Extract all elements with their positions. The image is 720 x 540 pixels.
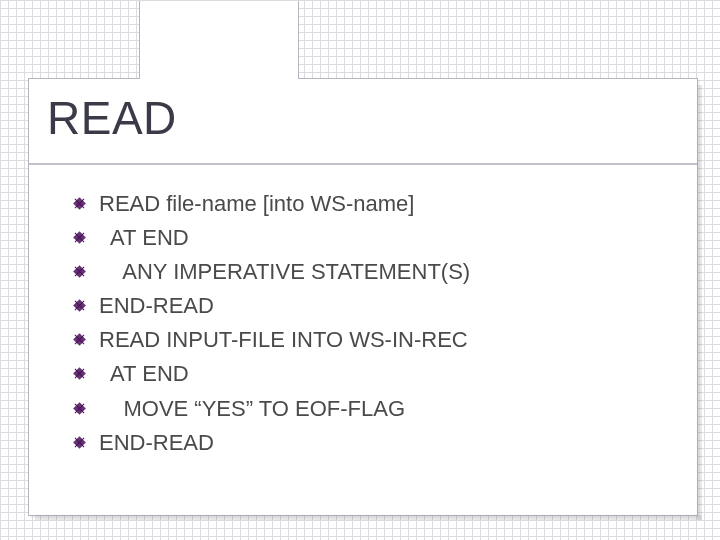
diamond-bullet-icon (73, 265, 86, 278)
list-item: AT END (99, 221, 697, 255)
list-item-text: AT END (99, 225, 189, 250)
slide-background: READ READ file-name [into WS-name] AT EN… (0, 0, 720, 540)
list-item-text: READ INPUT-FILE INTO WS-IN-REC (99, 327, 468, 352)
bullet-list: READ file-name [into WS-name] AT END ANY… (29, 187, 697, 460)
list-item-text: READ file-name [into WS-name] (99, 191, 414, 216)
panel-tab (139, 1, 299, 79)
list-item: AT END (99, 357, 697, 391)
diamond-bullet-icon (73, 231, 86, 244)
diamond-bullet-icon (73, 436, 86, 449)
diamond-bullet-icon (73, 197, 86, 210)
list-item: END-READ (99, 426, 697, 460)
title-divider (29, 163, 697, 165)
list-item-text: MOVE “YES” TO EOF-FLAG (99, 396, 405, 421)
slide-title: READ (29, 79, 697, 163)
diamond-bullet-icon (73, 402, 86, 415)
list-item: READ INPUT-FILE INTO WS-IN-REC (99, 323, 697, 357)
diamond-bullet-icon (73, 299, 86, 312)
diamond-bullet-icon (73, 333, 86, 346)
slide-panel: READ READ file-name [into WS-name] AT EN… (28, 78, 698, 516)
list-item-text: ANY IMPERATIVE STATEMENT(S) (99, 259, 470, 284)
list-item: READ file-name [into WS-name] (99, 187, 697, 221)
diamond-bullet-icon (73, 367, 86, 380)
list-item: END-READ (99, 289, 697, 323)
list-item-text: AT END (99, 361, 189, 386)
list-item-text: END-READ (99, 430, 214, 455)
list-item: MOVE “YES” TO EOF-FLAG (99, 392, 697, 426)
list-item: ANY IMPERATIVE STATEMENT(S) (99, 255, 697, 289)
list-item-text: END-READ (99, 293, 214, 318)
